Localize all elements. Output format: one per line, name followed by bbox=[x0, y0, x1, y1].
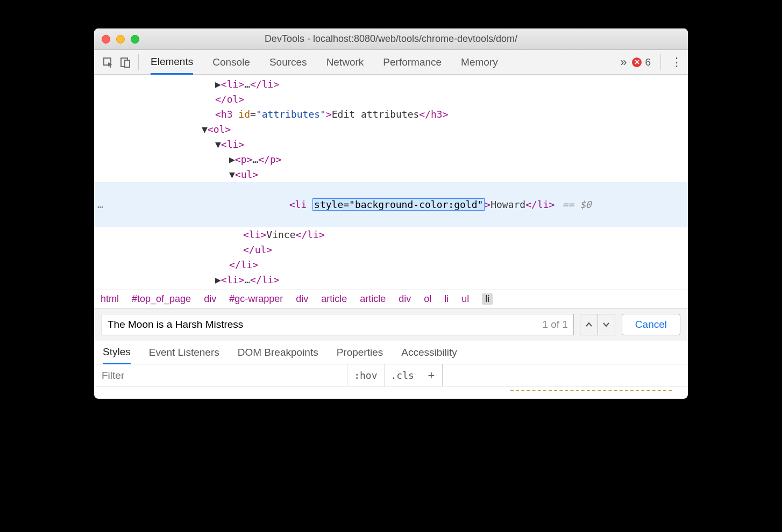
element-style-box bbox=[510, 390, 672, 399]
dom-node[interactable]: ▼<ol> bbox=[94, 122, 688, 137]
tab-network[interactable]: Network bbox=[326, 50, 364, 74]
dom-tree[interactable]: ▶<li>…</li> </ol> <h3 id="attributes">Ed… bbox=[94, 75, 688, 290]
minimize-window-button[interactable] bbox=[116, 35, 125, 44]
crumb[interactable]: #gc-wrapper bbox=[229, 293, 283, 305]
panel-tabs: Elements Console Sources Network Perform… bbox=[151, 50, 498, 74]
dom-node[interactable]: ▶<li>…</li> bbox=[94, 77, 688, 92]
cls-toggle[interactable]: .cls bbox=[384, 364, 421, 386]
cancel-button[interactable]: Cancel bbox=[622, 314, 680, 335]
styles-filter-row: :hov .cls + bbox=[94, 364, 688, 387]
crumb[interactable]: article bbox=[321, 293, 347, 305]
search-stepper bbox=[580, 314, 615, 335]
search-input[interactable] bbox=[108, 319, 538, 330]
subtab-dom-breakpoints[interactable]: DOM Breakpoints bbox=[238, 341, 318, 364]
close-window-button[interactable] bbox=[102, 35, 110, 44]
search-match-count: 1 of 1 bbox=[542, 319, 568, 330]
zoom-window-button[interactable] bbox=[131, 35, 139, 44]
crumb[interactable]: ol bbox=[424, 293, 431, 305]
crumb[interactable]: div bbox=[296, 293, 308, 305]
hov-toggle[interactable]: :hov bbox=[347, 364, 383, 386]
error-badge[interactable]: ✕ 6 bbox=[632, 56, 651, 68]
toolbar-right: » ✕ 6 ⋮ bbox=[620, 54, 688, 70]
console-reference-hint: == $0 bbox=[562, 199, 591, 210]
styles-filter-input[interactable] bbox=[102, 370, 209, 382]
dom-node[interactable]: ▶<li>…</li> bbox=[94, 272, 688, 287]
more-tabs-button[interactable]: » bbox=[620, 55, 627, 69]
dom-node[interactable]: </ul> bbox=[94, 242, 688, 257]
inspect-element-icon[interactable] bbox=[99, 57, 117, 68]
dom-node[interactable]: ▶<p>…</p> bbox=[94, 152, 688, 167]
ellipsis-icon[interactable]: … bbox=[94, 197, 110, 212]
toolbar-separator bbox=[660, 54, 661, 70]
window-controls bbox=[102, 35, 139, 44]
tab-sources[interactable]: Sources bbox=[269, 50, 307, 74]
toolbar-separator bbox=[138, 54, 139, 70]
subtab-event-listeners[interactable]: Event Listeners bbox=[149, 341, 219, 364]
dom-node[interactable]: ▼<ul> bbox=[94, 167, 688, 182]
crumb-selected[interactable]: li bbox=[482, 293, 493, 305]
search-prev-button[interactable] bbox=[580, 314, 598, 335]
subtab-accessibility[interactable]: Accessibility bbox=[401, 341, 457, 364]
tab-console[interactable]: Console bbox=[212, 50, 250, 74]
tab-memory[interactable]: Memory bbox=[461, 50, 498, 74]
new-style-rule-button[interactable]: + bbox=[421, 369, 442, 383]
styles-content bbox=[94, 387, 688, 399]
tab-performance[interactable]: Performance bbox=[383, 50, 442, 74]
dom-node-selected[interactable]: … <li style="background-color:gold">Howa… bbox=[94, 182, 688, 227]
subtab-properties[interactable]: Properties bbox=[337, 341, 383, 364]
crumb[interactable]: div bbox=[204, 293, 216, 305]
dom-node[interactable]: <h3 id="attributes">Edit attributes</h3> bbox=[94, 107, 688, 122]
device-toolbar-icon[interactable] bbox=[117, 57, 134, 68]
crumb[interactable]: div bbox=[399, 293, 411, 305]
dom-node[interactable]: </li> bbox=[94, 257, 688, 272]
error-count: 6 bbox=[645, 56, 651, 68]
search-bar: 1 of 1 Cancel bbox=[94, 308, 688, 341]
dom-node[interactable]: <li>Vince</li> bbox=[94, 227, 688, 242]
crumb[interactable]: article bbox=[360, 293, 386, 305]
main-toolbar: Elements Console Sources Network Perform… bbox=[94, 50, 688, 75]
subtab-styles[interactable]: Styles bbox=[103, 341, 131, 364]
pane-splitter[interactable] bbox=[442, 364, 443, 386]
crumb[interactable]: html bbox=[101, 293, 119, 305]
styles-subtabs: Styles Event Listeners DOM Breakpoints P… bbox=[94, 341, 688, 364]
crumb[interactable]: li bbox=[444, 293, 449, 305]
crumb[interactable]: ul bbox=[461, 293, 469, 305]
crumb[interactable]: #top_of_page bbox=[132, 293, 191, 305]
search-next-button[interactable] bbox=[598, 314, 615, 335]
tab-elements[interactable]: Elements bbox=[151, 51, 193, 75]
devtools-window: DevTools - localhost:8080/web/tools/chro… bbox=[94, 28, 688, 399]
search-input-wrap: 1 of 1 bbox=[102, 314, 574, 335]
breadcrumb: html #top_of_page div #gc-wrapper div ar… bbox=[94, 290, 688, 308]
kebab-menu-button[interactable]: ⋮ bbox=[671, 55, 683, 69]
window-title: DevTools - localhost:8080/web/tools/chro… bbox=[94, 33, 688, 45]
dom-node[interactable]: ▼<li> bbox=[94, 137, 688, 152]
attribute-edit-field[interactable]: style="background-color:gold" bbox=[312, 198, 485, 211]
error-icon: ✕ bbox=[632, 57, 642, 67]
titlebar: DevTools - localhost:8080/web/tools/chro… bbox=[94, 28, 688, 50]
svg-rect-2 bbox=[125, 60, 130, 67]
dom-node[interactable]: </ol> bbox=[94, 92, 688, 107]
